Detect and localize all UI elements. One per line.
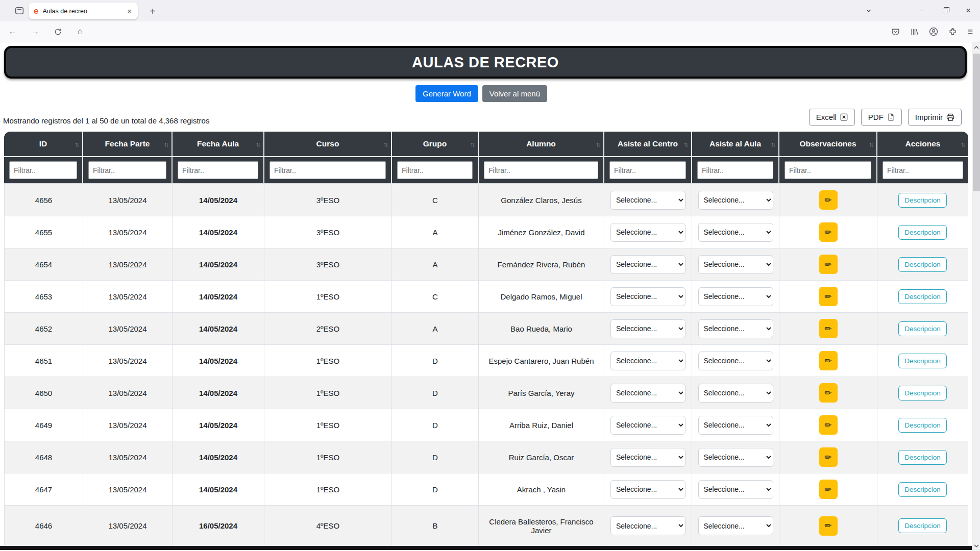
volver-menu-button[interactable]: Volver al menú (482, 85, 547, 102)
window-close-button[interactable]: × (957, 0, 980, 21)
sort-icon[interactable]: ↑↓ (470, 140, 474, 148)
library-icon[interactable] (910, 28, 919, 36)
asiste-aula-select[interactable]: Seleccione... (698, 448, 773, 467)
asiste-centro-select[interactable]: Seleccione... (610, 516, 685, 535)
edit-observaciones-button[interactable]: ✏ (819, 351, 838, 370)
sort-icon[interactable]: ↑↓ (683, 140, 687, 148)
restore-button[interactable] (933, 0, 957, 21)
sort-icon[interactable]: ↑↓ (961, 140, 964, 148)
filter-input-asiste-centro[interactable] (609, 161, 686, 179)
filter-input-observaciones[interactable] (785, 161, 871, 179)
column-header-id[interactable]: ID↑↓ (4, 132, 83, 157)
asiste-aula-select[interactable]: Seleccione... (698, 191, 773, 210)
edit-observaciones-button[interactable]: ✏ (819, 319, 838, 338)
vertical-scrollbar[interactable] (972, 42, 980, 551)
filter-input-alumno[interactable] (484, 161, 598, 179)
tab-list-chevron-icon[interactable] (859, 0, 879, 21)
excel-button[interactable]: Excell (809, 109, 855, 126)
descripcion-button[interactable]: Descripcion (898, 289, 947, 304)
minimize-button[interactable] (910, 0, 933, 21)
forward-button[interactable]: → (28, 24, 43, 39)
column-header-grupo[interactable]: Grupo↑↓ (392, 132, 479, 157)
back-button[interactable]: ← (5, 24, 20, 39)
imprimir-button[interactable]: Imprimir (908, 109, 962, 126)
edit-observaciones-button[interactable]: ✏ (819, 415, 838, 435)
asiste-centro-select[interactable]: Seleccione... (610, 191, 685, 210)
asiste-centro-select[interactable]: Seleccione... (610, 319, 685, 338)
descripcion-button[interactable]: Descripcion (898, 386, 947, 400)
sort-icon[interactable]: ↑↓ (256, 140, 259, 148)
asiste-aula-select[interactable]: Seleccione... (698, 255, 773, 274)
filter-input-id[interactable] (9, 161, 77, 179)
filter-input-curso[interactable] (270, 161, 386, 179)
asiste-aula-select[interactable]: Seleccione... (698, 319, 773, 338)
menu-icon[interactable]: ≡ (967, 27, 973, 36)
column-header-observaciones[interactable]: Observaciones↑↓ (779, 132, 877, 157)
edit-observaciones-button[interactable]: ✏ (819, 383, 838, 403)
asiste-centro-select[interactable]: Seleccione... (610, 416, 685, 435)
edit-observaciones-button[interactable]: ✏ (819, 222, 838, 242)
new-tab-button[interactable]: + (146, 5, 159, 18)
column-header-fecha-parte[interactable]: Fecha Parte↑↓ (83, 132, 173, 157)
sort-icon[interactable]: ↑↓ (164, 140, 167, 148)
column-header-curso[interactable]: Curso↑↓ (264, 132, 392, 157)
firefox-view-icon[interactable] (14, 6, 24, 16)
column-header-fecha-aula[interactable]: Fecha Aula↑↓ (173, 132, 264, 157)
home-button[interactable]: ⌂ (72, 24, 88, 39)
asiste-centro-select[interactable]: Seleccione... (610, 255, 685, 274)
asiste-aula-select[interactable]: Seleccione... (698, 416, 773, 435)
asiste-aula-select[interactable]: Seleccione... (698, 287, 773, 306)
reload-button[interactable] (50, 24, 65, 39)
account-icon[interactable] (929, 27, 938, 36)
pdf-button[interactable]: PDF (861, 109, 902, 126)
edit-observaciones-button[interactable]: ✏ (819, 447, 838, 467)
asiste-centro-select[interactable]: Seleccione... (610, 287, 685, 306)
filter-input-acciones[interactable] (883, 161, 963, 179)
edit-observaciones-button[interactable]: ✏ (819, 480, 838, 499)
asiste-aula-select[interactable]: Seleccione... (698, 384, 773, 403)
asiste-aula-select[interactable]: Seleccione... (698, 480, 773, 499)
filter-input-asiste-aula[interactable] (697, 161, 773, 179)
generar-word-button[interactable]: Generar Word (415, 85, 478, 102)
sort-icon[interactable]: ↑↓ (596, 140, 599, 148)
column-header-alumno[interactable]: Alumno↑↓ (479, 132, 604, 157)
descripcion-button[interactable]: Descripcion (898, 518, 947, 533)
descripcion-button[interactable]: Descripcion (898, 257, 947, 272)
sort-icon[interactable]: ↑↓ (771, 140, 774, 148)
filter-input-grupo[interactable] (397, 161, 473, 179)
asiste-aula-select[interactable]: Seleccione... (698, 223, 773, 242)
scroll-down-arrow-icon[interactable] (972, 542, 980, 550)
descripcion-button[interactable]: Descripcion (898, 450, 947, 465)
extensions-icon[interactable] (948, 28, 957, 36)
pocket-icon[interactable] (891, 28, 900, 36)
edit-observaciones-button[interactable]: ✏ (819, 287, 838, 306)
asiste-aula-select[interactable]: Seleccione... (698, 352, 773, 370)
edit-observaciones-button[interactable]: ✏ (819, 516, 838, 536)
descripcion-button[interactable]: Descripcion (898, 418, 947, 433)
column-header-asiste-centro[interactable]: Asiste al Centro↑↓ (604, 132, 692, 157)
browser-tab[interactable]: e Aulas de recreo × (29, 3, 138, 19)
asiste-centro-select[interactable]: Seleccione... (610, 223, 685, 242)
descripcion-button[interactable]: Descripcion (898, 225, 947, 240)
scroll-up-arrow-icon[interactable] (972, 43, 980, 52)
filter-input-fecha-parte[interactable] (88, 161, 166, 179)
asiste-centro-select[interactable]: Seleccione... (610, 352, 685, 370)
descripcion-button[interactable]: Descripcion (898, 321, 947, 336)
asiste-aula-select[interactable]: Seleccione... (698, 516, 773, 535)
sort-icon[interactable]: ↑↓ (75, 140, 78, 148)
asiste-centro-select[interactable]: Seleccione... (610, 384, 685, 403)
column-header-asiste-aula[interactable]: Asiste al Aula↑↓ (692, 132, 779, 157)
asiste-centro-select[interactable]: Seleccione... (610, 448, 685, 467)
descripcion-button[interactable]: Descripcion (898, 193, 947, 208)
scrollbar-thumb[interactable] (973, 54, 980, 191)
descripcion-button[interactable]: Descripcion (898, 354, 947, 368)
column-header-acciones[interactable]: Acciones↑↓ (877, 132, 968, 157)
filter-input-fecha-aula[interactable] (178, 161, 258, 179)
descripcion-button[interactable]: Descripcion (898, 482, 947, 497)
sort-icon[interactable]: ↑↓ (869, 140, 872, 148)
edit-observaciones-button[interactable]: ✏ (819, 190, 838, 210)
asiste-centro-select[interactable]: Seleccione... (610, 480, 685, 499)
tab-close-icon[interactable]: × (126, 7, 133, 15)
edit-observaciones-button[interactable]: ✏ (819, 255, 838, 274)
sort-icon[interactable]: ↑↓ (383, 140, 387, 148)
